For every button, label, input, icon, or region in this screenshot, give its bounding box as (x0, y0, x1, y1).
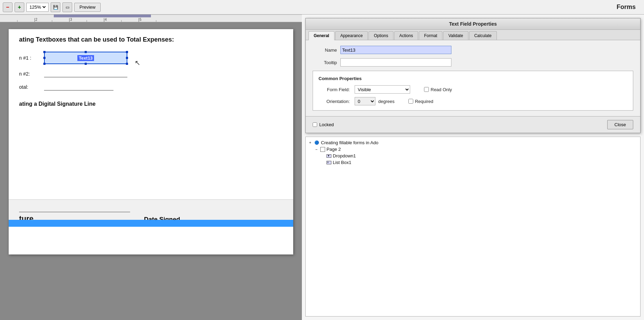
tree-page[interactable]: − Page 2 (308, 146, 638, 153)
dialog-title: Text Field Properties (306, 18, 640, 30)
tree-dropdown-icon: ▼ (327, 154, 331, 158)
tab-appearance[interactable]: Appearance (335, 31, 368, 40)
svg-rect-14 (54, 15, 151, 17)
text-field-selected[interactable]: Text13 ↖ (44, 52, 127, 64)
blue-bar (9, 220, 293, 227)
ruler: 2 3 4 5 (0, 15, 302, 22)
form-field-row: Form Field: Visible Hidden No Print No V… (319, 85, 410, 94)
tab-calculate[interactable]: Calculate (469, 31, 497, 40)
dialog-footer: Locked Close (306, 116, 640, 133)
tree-expand-root[interactable]: + (308, 140, 313, 145)
handle-bm[interactable] (85, 63, 87, 65)
form-field-label: Form Field: (319, 87, 350, 92)
name-label: Name (313, 47, 337, 53)
total-row: otal: (19, 84, 283, 90)
toolbar: − + 125% 100% 75% 💾 ▭ Preview Forms (0, 0, 644, 15)
zoom-out-button[interactable]: − (3, 2, 12, 12)
svg-text:3: 3 (70, 18, 72, 21)
tree-listbox1-label: List Box1 (333, 160, 351, 165)
required-checkbox[interactable] (408, 99, 413, 104)
zoom-selector[interactable]: 125% 100% 75% (26, 3, 49, 12)
save-button[interactable]: 💾 (51, 2, 60, 12)
handle-br[interactable] (126, 63, 128, 65)
zoom-in-button[interactable]: + (15, 2, 24, 12)
total-underline (44, 84, 113, 90)
tree-item-listbox1[interactable]: ≡ List Box1 (308, 159, 638, 166)
tree-page-label: Page 2 (327, 147, 341, 152)
file-tree: + 🔵 Creating fillable forms in Ado − Pag… (305, 137, 641, 317)
locked-label: Locked (319, 122, 334, 127)
tooltip-row: Tooltip (313, 58, 633, 67)
read-only-checkbox[interactable] (424, 87, 429, 92)
handle-tl[interactable] (43, 51, 45, 53)
tree-item-dropdown1[interactable]: ▼ Dropdown1 (308, 153, 638, 159)
required-label: Required (415, 99, 433, 104)
tab-options[interactable]: Options (368, 31, 393, 40)
right-panel: Text Field Properties General Appearance… (302, 15, 644, 320)
doc-heading: ating Textboxes that can be used to Tota… (19, 36, 283, 43)
handle-ml[interactable] (43, 57, 45, 59)
svg-text:5: 5 (139, 18, 142, 21)
read-only-label: Read Only (431, 87, 452, 92)
main-area: 2 3 4 5 ating Textboxes that can be us (0, 15, 644, 320)
common-properties-group: Common Properties Form Field: Visible Hi… (313, 71, 633, 111)
field2-label: n #2: (19, 71, 40, 77)
name-row: Name (313, 46, 633, 54)
handle-tm[interactable] (85, 51, 87, 53)
sig-line (19, 205, 130, 212)
document-page: ating Textboxes that can be used to Tota… (9, 29, 293, 254)
tree-listbox-icon: ≡ (327, 161, 331, 164)
total-label: otal: (19, 84, 40, 90)
tree-dropdown1-label: Dropdown1 (333, 153, 356, 158)
tree-expand-page[interactable]: − (314, 147, 319, 152)
tooltip-input[interactable] (340, 58, 451, 67)
common-props-title: Common Properties (319, 76, 627, 81)
form-field-select[interactable]: Visible Hidden No Print No View (355, 85, 410, 94)
orientation-group: 0 90 180 270 degrees (355, 97, 395, 105)
tree-root-label: Creating fillable forms in Ado (321, 140, 378, 145)
tree-expand-listbox1 (320, 161, 325, 165)
dialog-tabs: General Appearance Options Actions Forma… (306, 30, 640, 40)
section2-heading: ating a Digital Signature Line (19, 101, 283, 107)
fit-page-button[interactable]: ▭ (62, 2, 72, 12)
field-row-2: n #2: (19, 70, 283, 77)
tree-root[interactable]: + 🔵 Creating fillable forms in Ado (308, 139, 638, 146)
tree-expand-dropdown1 (320, 154, 325, 158)
document-area: 2 3 4 5 ating Textboxes that can be us (0, 15, 302, 320)
name-input[interactable] (340, 46, 451, 54)
field1-name: Text13 (77, 55, 94, 61)
handle-mr[interactable] (126, 57, 128, 59)
forms-label: Forms (617, 3, 641, 11)
close-button[interactable]: Close (607, 120, 633, 129)
tree-doc-icon: 🔵 (314, 140, 320, 145)
svg-text:4: 4 (105, 18, 107, 21)
tab-general[interactable]: General (308, 31, 334, 40)
zoom-select-input[interactable]: 125% 100% 75% (28, 4, 47, 10)
tree-page-icon (320, 147, 325, 152)
tooltip-label: Tooltip (313, 60, 337, 65)
locked-row: Locked (313, 122, 334, 127)
tab-validate[interactable]: Validate (443, 31, 468, 40)
properties-dialog: Text Field Properties General Appearance… (305, 18, 641, 133)
field-row-1: n #1 : Text13 ↖ (19, 52, 283, 64)
cursor-arrow: ↖ (135, 59, 141, 67)
preview-button[interactable]: Preview (74, 3, 101, 12)
locked-checkbox[interactable] (313, 122, 317, 127)
tab-format[interactable]: Format (419, 31, 442, 40)
tab-actions[interactable]: Actions (394, 31, 418, 40)
svg-text:2: 2 (35, 18, 37, 21)
ruler-svg: 2 3 4 5 (0, 15, 302, 22)
field2-underline (44, 70, 127, 77)
dialog-body: Name Tooltip Common Properties Form Fiel… (306, 40, 640, 116)
degrees-label: degrees (378, 99, 395, 104)
orientation-row: Orientation: 0 90 180 270 degrees (319, 97, 395, 105)
orientation-label: Orientation: (319, 99, 350, 104)
handle-tr[interactable] (126, 51, 128, 53)
read-only-item: Read Only (424, 87, 452, 92)
handle-bl[interactable] (43, 63, 45, 65)
orientation-select[interactable]: 0 90 180 270 (355, 97, 375, 105)
field1-label: n #1 : (19, 55, 40, 61)
required-item: Required (408, 99, 433, 104)
